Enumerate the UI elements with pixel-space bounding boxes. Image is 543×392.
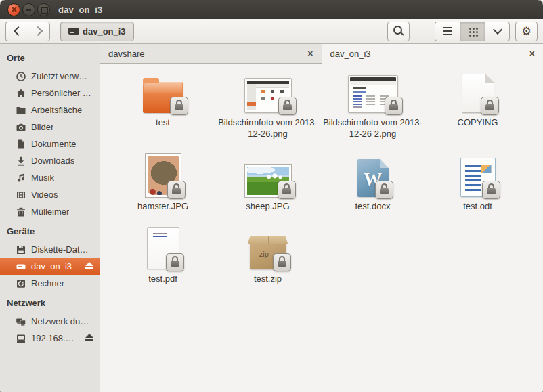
film-icon (16, 190, 26, 200)
maximize-window-icon[interactable] (37, 3, 50, 16)
trash-icon (16, 206, 26, 217)
computer-icon (16, 278, 26, 289)
lock-emblem-icon (375, 181, 393, 199)
file-item-hamster-jpg[interactable]: hamster.JPG (110, 151, 215, 223)
chevron-down-icon (492, 25, 502, 35)
eject-icon[interactable] (85, 334, 93, 341)
chevron-right-icon (33, 26, 43, 36)
file-item-test-pdf[interactable]: test.pdf (110, 223, 215, 296)
gear-icon: ⚙ (521, 24, 531, 39)
lock-emblem-icon (278, 97, 297, 115)
file-name: COPYING (458, 117, 498, 129)
list-view-icon (443, 27, 452, 29)
file-grid: test Bildschirmfoto vom 2013-12-26.png (100, 64, 543, 296)
sidebar-item-downloads[interactable]: Downloads (0, 152, 100, 169)
tab-bar: davshare × dav_on_i3 × (100, 44, 543, 64)
lock-emblem-icon (166, 253, 184, 271)
clock-icon (16, 71, 26, 82)
chevron-left-icon (13, 26, 22, 36)
network-icon (16, 316, 26, 327)
floppy-icon (16, 244, 26, 255)
music-note-icon (16, 173, 26, 183)
titlebar[interactable]: dav_on_i3 (0, 0, 543, 19)
minimize-window-icon[interactable] (22, 3, 35, 16)
file-item-test-zip[interactable]: zip test.zip (215, 223, 320, 296)
file-name: test.pdf (148, 274, 177, 285)
home-icon (16, 88, 26, 99)
file-item-test-folder[interactable]: test (110, 67, 215, 151)
pathbar-location-button[interactable]: dav_on_i3 (60, 22, 134, 41)
folder-icon (16, 105, 26, 116)
sidebar-item-videos[interactable]: Videos (0, 186, 100, 203)
tab-davshare[interactable]: davshare × (100, 44, 322, 63)
sidebar-item-home[interactable]: Persönlicher … (0, 85, 100, 102)
file-item-copying[interactable]: COPYING (425, 67, 530, 151)
toolbar: dav_on_i3 ⚙ (0, 19, 543, 44)
window-title: dav_on_i3 (58, 5, 102, 15)
file-name: Bildschirmfoto vom 2013-12-26 2.png (323, 117, 423, 140)
lock-emblem-icon (481, 97, 499, 115)
file-name: test.odt (463, 201, 492, 213)
close-window-icon[interactable] (7, 3, 20, 16)
places-sidebar: Orte Zuletzt verw… Persönlicher … Arbeit… (0, 44, 100, 392)
tab-label: davshare (108, 49, 144, 59)
sidebar-item-network-mount[interactable]: 192.168.… (0, 330, 100, 347)
nav-button-group (5, 22, 50, 41)
sidebar-item-pictures[interactable]: Bilder (0, 118, 100, 135)
sidebar-item-documents[interactable]: Dokumente (0, 135, 100, 152)
content-area: davshare × dav_on_i3 × test (100, 44, 543, 392)
lock-emblem-icon (170, 97, 188, 115)
drive-icon (68, 28, 79, 35)
file-item-sheep-jpg[interactable]: sheep.JPG (215, 151, 320, 223)
file-item-test-odt[interactable]: test.odt (425, 151, 530, 223)
lock-emblem-icon (278, 181, 296, 199)
sidebar-item-trash[interactable]: Mülleimer (0, 203, 100, 220)
sidebar-item-desktop[interactable]: Arbeitsfläche (0, 102, 100, 118)
file-item-screenshot-1[interactable]: Bildschirmfoto vom 2013-12-26.png (215, 67, 320, 151)
file-name: test.docx (355, 201, 390, 213)
file-name: hamster.JPG (137, 201, 188, 213)
sidebar-section-network: Netzwerk (0, 292, 100, 313)
tab-close-icon[interactable]: × (307, 49, 313, 58)
view-options-dropdown-button[interactable] (485, 22, 510, 41)
grid-view-icon (469, 28, 471, 30)
lock-emblem-icon (167, 181, 186, 199)
camera-icon (16, 122, 26, 133)
search-button[interactable] (387, 22, 410, 41)
sidebar-item-browse-network[interactable]: Netzwerk du… (0, 313, 100, 330)
file-name: test.zip (254, 274, 282, 285)
sidebar-item-music[interactable]: Musik (0, 169, 100, 186)
back-button[interactable] (5, 22, 28, 41)
tab-label: dav_on_i3 (330, 49, 371, 59)
sidebar-section-places: Orte (0, 47, 100, 68)
document-icon (16, 139, 26, 150)
view-toggle-group (435, 22, 510, 41)
download-icon (16, 156, 26, 167)
settings-menu-button[interactable]: ⚙ (515, 22, 538, 41)
harddisk-icon (16, 261, 26, 272)
file-item-screenshot-2[interactable]: Bildschirmfoto vom 2013-12-26 2.png (320, 67, 425, 151)
list-view-button[interactable] (435, 22, 460, 41)
sidebar-item-computer[interactable]: Rechner (0, 275, 100, 292)
forward-button[interactable] (28, 22, 50, 41)
tab-dav-on-i3[interactable]: dav_on_i3 × (322, 44, 543, 64)
file-manager-window: dav_on_i3 dav_on_i3 (0, 0, 543, 392)
eject-icon[interactable] (85, 262, 93, 269)
search-icon (393, 26, 402, 35)
sidebar-section-devices: Geräte (0, 220, 100, 241)
grid-view-button[interactable] (460, 22, 485, 41)
network-drive-icon (16, 333, 26, 344)
sidebar-item-dav-on-i3[interactable]: dav_on_i3 (0, 258, 100, 275)
tab-close-icon[interactable]: × (529, 49, 535, 58)
file-item-test-docx[interactable]: W test.docx (320, 151, 425, 223)
lock-emblem-icon (273, 253, 291, 271)
sidebar-item-floppy[interactable]: Diskette-Dat… (0, 241, 100, 258)
lock-emblem-icon (385, 97, 403, 115)
lock-emblem-icon (482, 181, 500, 199)
file-name: Bildschirmfoto vom 2013-12-26.png (218, 117, 318, 140)
pathbar-label: dav_on_i3 (83, 26, 126, 37)
main-area: Orte Zuletzt verw… Persönlicher … Arbeit… (0, 44, 543, 392)
sidebar-item-recent[interactable]: Zuletzt verw… (0, 68, 100, 85)
file-name: test (156, 117, 170, 129)
file-name: sheep.JPG (246, 201, 289, 213)
